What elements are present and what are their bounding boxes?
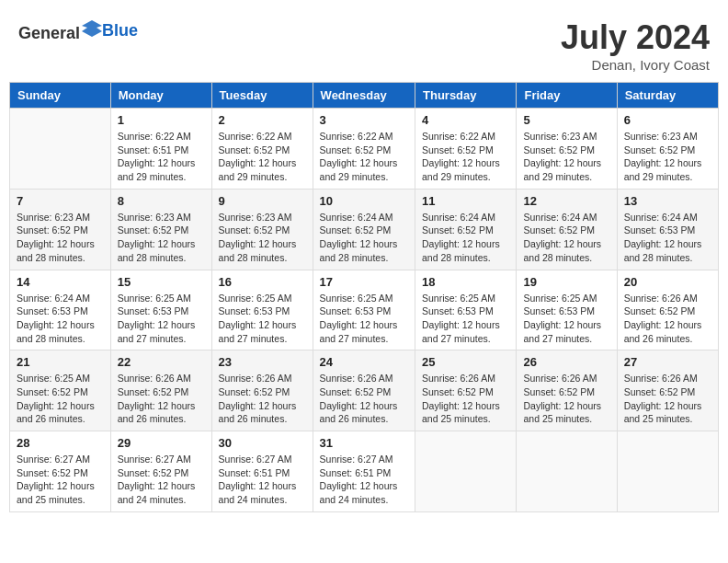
table-row bbox=[517, 431, 617, 512]
col-header-friday: Friday bbox=[517, 83, 617, 109]
day-info: Sunrise: 6:25 AM Sunset: 6:53 PM Dayligh… bbox=[320, 292, 408, 346]
day-number: 2 bbox=[219, 113, 306, 127]
table-row: 12Sunrise: 6:24 AM Sunset: 6:52 PM Dayli… bbox=[517, 189, 617, 270]
col-header-tuesday: Tuesday bbox=[211, 83, 313, 109]
day-number: 26 bbox=[523, 355, 609, 369]
table-row bbox=[617, 431, 718, 512]
day-info: Sunrise: 6:27 AM Sunset: 6:51 PM Dayligh… bbox=[219, 453, 306, 507]
day-info: Sunrise: 6:27 AM Sunset: 6:52 PM Dayligh… bbox=[17, 453, 104, 507]
page-header: General Blue July 2024 Denan, Ivory Coas… bbox=[9, 9, 719, 77]
calendar-week-row: 21Sunrise: 6:25 AM Sunset: 6:52 PM Dayli… bbox=[10, 350, 719, 431]
day-number: 5 bbox=[523, 113, 609, 127]
day-info: Sunrise: 6:24 AM Sunset: 6:52 PM Dayligh… bbox=[422, 211, 509, 265]
table-row: 27Sunrise: 6:26 AM Sunset: 6:52 PM Dayli… bbox=[617, 350, 718, 431]
day-number: 21 bbox=[17, 355, 104, 369]
table-row: 17Sunrise: 6:25 AM Sunset: 6:53 PM Dayli… bbox=[313, 270, 415, 350]
table-row: 25Sunrise: 6:26 AM Sunset: 6:52 PM Dayli… bbox=[415, 350, 517, 431]
day-info: Sunrise: 6:23 AM Sunset: 6:52 PM Dayligh… bbox=[624, 130, 711, 184]
day-info: Sunrise: 6:26 AM Sunset: 6:52 PM Dayligh… bbox=[118, 372, 205, 426]
day-number: 27 bbox=[624, 355, 711, 369]
day-number: 24 bbox=[320, 355, 408, 369]
table-row: 5Sunrise: 6:23 AM Sunset: 6:52 PM Daylig… bbox=[517, 109, 617, 190]
col-header-sunday: Sunday bbox=[10, 83, 111, 109]
day-info: Sunrise: 6:26 AM Sunset: 6:52 PM Dayligh… bbox=[624, 372, 711, 426]
col-header-monday: Monday bbox=[110, 83, 211, 109]
day-number: 16 bbox=[219, 275, 306, 289]
day-number: 18 bbox=[422, 275, 509, 289]
day-info: Sunrise: 6:27 AM Sunset: 6:52 PM Dayligh… bbox=[118, 453, 205, 507]
table-row: 26Sunrise: 6:26 AM Sunset: 6:52 PM Dayli… bbox=[517, 350, 617, 431]
table-row: 11Sunrise: 6:24 AM Sunset: 6:52 PM Dayli… bbox=[415, 189, 517, 270]
day-info: Sunrise: 6:25 AM Sunset: 6:53 PM Dayligh… bbox=[219, 292, 306, 346]
table-row: 8Sunrise: 6:23 AM Sunset: 6:52 PM Daylig… bbox=[110, 189, 211, 270]
day-number: 29 bbox=[118, 436, 205, 450]
day-info: Sunrise: 6:23 AM Sunset: 6:52 PM Dayligh… bbox=[523, 130, 609, 184]
table-row: 23Sunrise: 6:26 AM Sunset: 6:52 PM Dayli… bbox=[211, 350, 313, 431]
logo-bird-icon bbox=[82, 18, 102, 39]
day-info: Sunrise: 6:22 AM Sunset: 6:52 PM Dayligh… bbox=[422, 130, 509, 184]
col-header-wednesday: Wednesday bbox=[313, 83, 415, 109]
day-info: Sunrise: 6:26 AM Sunset: 6:52 PM Dayligh… bbox=[320, 372, 408, 426]
table-row: 19Sunrise: 6:25 AM Sunset: 6:53 PM Dayli… bbox=[517, 270, 617, 350]
day-number: 1 bbox=[118, 113, 205, 127]
day-number: 13 bbox=[624, 194, 711, 208]
day-number: 31 bbox=[320, 436, 408, 450]
calendar-week-row: 1Sunrise: 6:22 AM Sunset: 6:51 PM Daylig… bbox=[10, 109, 719, 190]
day-info: Sunrise: 6:22 AM Sunset: 6:51 PM Dayligh… bbox=[118, 130, 205, 184]
day-info: Sunrise: 6:23 AM Sunset: 6:52 PM Dayligh… bbox=[219, 211, 306, 265]
day-info: Sunrise: 6:24 AM Sunset: 6:53 PM Dayligh… bbox=[17, 292, 104, 346]
day-number: 23 bbox=[219, 355, 306, 369]
day-info: Sunrise: 6:26 AM Sunset: 6:52 PM Dayligh… bbox=[422, 372, 509, 426]
svg-marker-0 bbox=[82, 20, 102, 37]
table-row: 30Sunrise: 6:27 AM Sunset: 6:51 PM Dayli… bbox=[211, 431, 313, 512]
day-number: 22 bbox=[118, 355, 205, 369]
calendar-header-row: Sunday Monday Tuesday Wednesday Thursday… bbox=[10, 83, 719, 109]
table-row: 1Sunrise: 6:22 AM Sunset: 6:51 PM Daylig… bbox=[110, 109, 211, 190]
table-row: 2Sunrise: 6:22 AM Sunset: 6:52 PM Daylig… bbox=[211, 109, 313, 190]
table-row bbox=[415, 431, 517, 512]
day-number: 25 bbox=[422, 355, 509, 369]
calendar-week-row: 7Sunrise: 6:23 AM Sunset: 6:52 PM Daylig… bbox=[10, 189, 719, 270]
table-row: 4Sunrise: 6:22 AM Sunset: 6:52 PM Daylig… bbox=[415, 109, 517, 190]
day-info: Sunrise: 6:22 AM Sunset: 6:52 PM Dayligh… bbox=[219, 130, 306, 184]
table-row: 29Sunrise: 6:27 AM Sunset: 6:52 PM Dayli… bbox=[110, 431, 211, 512]
table-row bbox=[10, 109, 111, 190]
table-row: 15Sunrise: 6:25 AM Sunset: 6:53 PM Dayli… bbox=[110, 270, 211, 350]
table-row: 10Sunrise: 6:24 AM Sunset: 6:52 PM Dayli… bbox=[313, 189, 415, 270]
day-number: 12 bbox=[523, 194, 609, 208]
calendar-table: Sunday Monday Tuesday Wednesday Thursday… bbox=[9, 82, 719, 512]
day-number: 10 bbox=[320, 194, 408, 208]
day-info: Sunrise: 6:23 AM Sunset: 6:52 PM Dayligh… bbox=[17, 211, 104, 265]
day-number: 30 bbox=[219, 436, 306, 450]
logo: General Blue bbox=[18, 18, 138, 43]
table-row: 28Sunrise: 6:27 AM Sunset: 6:52 PM Dayli… bbox=[10, 431, 111, 512]
table-row: 3Sunrise: 6:22 AM Sunset: 6:52 PM Daylig… bbox=[313, 109, 415, 190]
day-number: 8 bbox=[118, 194, 205, 208]
day-number: 20 bbox=[624, 275, 711, 289]
day-info: Sunrise: 6:25 AM Sunset: 6:53 PM Dayligh… bbox=[523, 292, 609, 346]
day-number: 7 bbox=[17, 194, 104, 208]
day-info: Sunrise: 6:23 AM Sunset: 6:52 PM Dayligh… bbox=[118, 211, 205, 265]
table-row: 16Sunrise: 6:25 AM Sunset: 6:53 PM Dayli… bbox=[211, 270, 313, 350]
logo-general-text: General bbox=[18, 18, 102, 43]
day-number: 4 bbox=[422, 113, 509, 127]
location-subtitle: Denan, Ivory Coast bbox=[561, 57, 710, 73]
day-info: Sunrise: 6:25 AM Sunset: 6:52 PM Dayligh… bbox=[17, 372, 104, 426]
day-info: Sunrise: 6:25 AM Sunset: 6:53 PM Dayligh… bbox=[118, 292, 205, 346]
table-row: 6Sunrise: 6:23 AM Sunset: 6:52 PM Daylig… bbox=[617, 109, 718, 190]
month-year-title: July 2024 bbox=[561, 18, 710, 57]
table-row: 31Sunrise: 6:27 AM Sunset: 6:51 PM Dayli… bbox=[313, 431, 415, 512]
day-number: 6 bbox=[624, 113, 711, 127]
day-number: 17 bbox=[320, 275, 408, 289]
day-number: 11 bbox=[422, 194, 509, 208]
table-row: 22Sunrise: 6:26 AM Sunset: 6:52 PM Dayli… bbox=[110, 350, 211, 431]
day-info: Sunrise: 6:24 AM Sunset: 6:52 PM Dayligh… bbox=[320, 211, 408, 265]
table-row: 13Sunrise: 6:24 AM Sunset: 6:53 PM Dayli… bbox=[617, 189, 718, 270]
day-info: Sunrise: 6:25 AM Sunset: 6:53 PM Dayligh… bbox=[422, 292, 509, 346]
day-info: Sunrise: 6:24 AM Sunset: 6:52 PM Dayligh… bbox=[523, 211, 609, 265]
day-info: Sunrise: 6:22 AM Sunset: 6:52 PM Dayligh… bbox=[320, 130, 408, 184]
day-info: Sunrise: 6:26 AM Sunset: 6:52 PM Dayligh… bbox=[523, 372, 609, 426]
col-header-thursday: Thursday bbox=[415, 83, 517, 109]
col-header-saturday: Saturday bbox=[617, 83, 718, 109]
day-info: Sunrise: 6:26 AM Sunset: 6:52 PM Dayligh… bbox=[219, 372, 306, 426]
